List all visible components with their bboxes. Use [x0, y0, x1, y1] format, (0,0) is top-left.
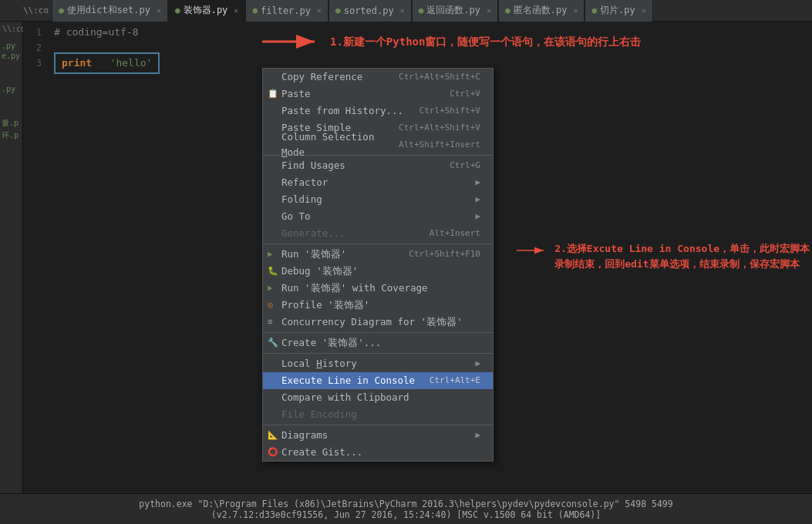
- menu-concurrency[interactable]: ≡ Concurrency Diagram for '装饰器': [263, 314, 493, 331]
- line-numbers: 1 2 3: [23, 22, 46, 493]
- sidebar-file-2[interactable]: e.py: [0, 51, 22, 61]
- tab-filter[interactable]: ● filter.py ✕: [245, 0, 329, 22]
- menu-generate[interactable]: Generate... Alt+Insert: [263, 225, 493, 242]
- tab-close-slice[interactable]: ✕: [642, 6, 646, 15]
- arrow-right-icon-2: [517, 241, 548, 260]
- annotation-text-2: 2.选择Excute Line in Console，单击，此时宏脚本录制结束，…: [554, 241, 812, 271]
- submenu-arrow-icon-2: ▶: [475, 192, 480, 207]
- code-area[interactable]: 1.新建一个Python窗口，随便写一个语句，在该语句的行上右击 # codin…: [46, 22, 812, 493]
- menu-run-coverage[interactable]: ▶ Run '装饰器' with Coverage: [263, 280, 493, 297]
- menu-column-selection[interactable]: Column Selection Mode Alt+Shift+Insert: [263, 136, 493, 153]
- sidebar-file-3[interactable]: .py: [0, 84, 22, 94]
- sidebar-file-5[interactable]: 环.p: [0, 129, 22, 142]
- annotation-2: 2.选择Excute Line in Console，单击，此时宏脚本录制结束，…: [517, 241, 812, 271]
- submenu-arrow-icon-3: ▶: [475, 209, 480, 224]
- tab-slice[interactable]: ● 切片.py ✕: [585, 0, 652, 22]
- menu-sep-3: [263, 332, 493, 333]
- tab-bar: \\:co ● 使用dict和set.py ✕ ● 装饰器.py ✕ ● fil…: [0, 0, 812, 22]
- gist-icon: ⭕: [268, 445, 278, 460]
- editor-area: \\:co .py e.py .py 量.p 环.p 1 2 3 1: [0, 22, 812, 493]
- menu-paste[interactable]: 📋 Paste Ctrl+V: [263, 86, 493, 102]
- tab-close-return[interactable]: ✕: [487, 6, 491, 15]
- menu-paste-history[interactable]: Paste from History... Ctrl+Shift+V: [263, 102, 493, 119]
- code-line-2: [54, 40, 804, 55]
- concurrency-icon: ≡: [268, 314, 273, 330]
- menu-folding[interactable]: Folding ▶: [263, 191, 493, 208]
- submenu-arrow-icon: ▶: [475, 175, 480, 190]
- profile-icon: ◎: [268, 297, 273, 313]
- context-menu: Copy Reference Ctrl+Alt+Shift+C 📋 Paste …: [262, 68, 494, 462]
- sidebar-file-1[interactable]: .py: [0, 41, 22, 51]
- run-icon: ▶: [268, 247, 273, 262]
- menu-execute-line[interactable]: Execute Line in Console Ctrl+Alt+E: [263, 372, 493, 389]
- menu-copy-reference[interactable]: Copy Reference Ctrl+Alt+Shift+C: [263, 69, 493, 86]
- menu-profile[interactable]: ◎ Profile '装饰器': [263, 297, 493, 314]
- tab-lambda[interactable]: ● 匿名函数.py ✕: [498, 0, 585, 22]
- menu-sep-2: [263, 244, 493, 244]
- menu-goto[interactable]: Go To ▶: [263, 208, 493, 225]
- tab-sorted[interactable]: ● sorted.py ✕: [329, 0, 412, 22]
- status-line-1: python.exe "D:\Program Files (x86)\JetBr…: [139, 499, 672, 509]
- menu-sep-5: [263, 425, 493, 425]
- debug-icon: 🐛: [268, 264, 278, 279]
- tab-dict[interactable]: ● 使用dict和set.py ✕: [52, 0, 168, 22]
- submenu-arrow-icon-4: ▶: [475, 356, 480, 371]
- menu-refactor[interactable]: Refactor ▶: [263, 174, 493, 191]
- sidebar-label: \\:co: [0, 23, 22, 35]
- status-line-2: (v2.7.12:d33e0cf91556, Jun 27 2016, 15:2…: [211, 509, 601, 520]
- paste-icon: 📋: [268, 86, 278, 102]
- tab-close-filter[interactable]: ✕: [317, 6, 322, 15]
- menu-debug[interactable]: 🐛 Debug '装饰器': [263, 263, 493, 280]
- menu-file-encoding[interactable]: File Encoding: [263, 406, 493, 423]
- menu-diagrams[interactable]: 📐 Diagrams ▶: [263, 427, 493, 444]
- tab-close-lambda[interactable]: ✕: [573, 6, 578, 15]
- tab-decorator[interactable]: ● 装饰器.py ✕: [168, 0, 245, 22]
- status-bar: python.exe "D:\Program Files (x86)\JetBr…: [0, 493, 812, 524]
- coverage-icon: ▶: [268, 280, 273, 296]
- submenu-arrow-icon-5: ▶: [475, 428, 480, 443]
- code-line-1: # coding=utf-8: [54, 25, 804, 40]
- menu-run[interactable]: ▶ Run '装饰器' Ctrl+Shift+F10: [263, 246, 493, 263]
- sidebar: \\:co .py e.py .py 量.p 环.p: [0, 22, 23, 493]
- create-icon: 🔧: [268, 335, 278, 351]
- menu-create-gist[interactable]: ⭕ Create Gist...: [263, 444, 493, 461]
- tab-return[interactable]: ● 返回函数.py ✕: [412, 0, 498, 22]
- tab-close-dict[interactable]: ✕: [157, 6, 161, 15]
- menu-sep-4: [263, 353, 493, 354]
- menu-find-usages[interactable]: Find Usages Ctrl+G: [263, 157, 493, 174]
- sidebar-file-4[interactable]: 量.p: [0, 117, 22, 129]
- tab-close-sorted[interactable]: ✕: [400, 6, 405, 15]
- menu-compare-clipboard[interactable]: Compare with Clipboard: [263, 389, 493, 406]
- menu-create[interactable]: 🔧 Create '装饰器'...: [263, 334, 493, 351]
- tab-close-decorator[interactable]: ✕: [234, 6, 238, 15]
- left-gutter: \\:co: [23, 5, 49, 15]
- diagrams-icon: 📐: [268, 428, 278, 443]
- menu-local-history[interactable]: Local History ▶: [263, 355, 493, 372]
